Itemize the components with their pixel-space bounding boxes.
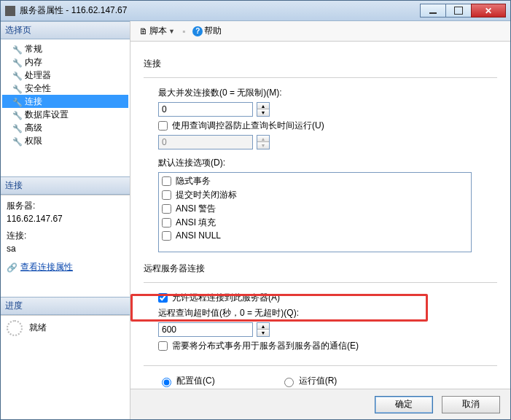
need-dtc-checkbox[interactable] (158, 341, 168, 351)
ok-button[interactable]: 确定 (375, 396, 433, 413)
sidebar-header-select: 选择页 (1, 21, 130, 39)
max-conn-spinner: ▲ ▼ (257, 102, 270, 117)
max-conn-label: 最大并发连接数(0 = 无限制)(M): (158, 87, 497, 99)
list-item[interactable]: ANSI NULL (160, 230, 469, 241)
governor-spinner: ▲ ▼ (257, 135, 270, 149)
window: 服务器属性 - 116.62.147.67 ✕ 选择页 常规 内存 处理器 安全… (0, 0, 511, 420)
wrench-icon (12, 109, 23, 120)
sidebar-item-advanced[interactable]: 高级 (2, 121, 128, 134)
list-item-checkbox[interactable] (162, 190, 171, 200)
titlebar: 服务器属性 - 116.62.147.67 ✕ (1, 1, 510, 21)
connection-info-panel: 服务器: 116.62.147.67 连接: sa 查看连接属性 (1, 195, 130, 297)
list-item-label: 隐式事务 (176, 175, 211, 187)
spin-down-button[interactable]: ▼ (257, 109, 269, 116)
use-governor-label: 使用查询调控器防止查询长时间运行(U) (172, 120, 324, 132)
spin-up-button[interactable]: ▲ (257, 323, 269, 330)
group-remote: 远程服务器连接 (144, 262, 497, 275)
sidebar-item-label: 数据库设置 (25, 109, 69, 120)
sidebar-item-security[interactable]: 安全性 (2, 82, 128, 95)
list-item-label: ANSI NULL (176, 230, 221, 241)
run-value-radio[interactable] (284, 378, 294, 387)
sidebar-item-label: 常规 (25, 43, 42, 55)
use-governor-checkbox[interactable] (158, 121, 168, 131)
remote-timeout-label: 远程查询超时值(秒，0 = 无超时)(Q): (158, 307, 497, 319)
list-item[interactable]: ANSI 填充 (160, 216, 469, 230)
cancel-button[interactable]: 取消 (442, 396, 500, 413)
list-item-checkbox[interactable] (162, 218, 171, 228)
list-item-checkbox[interactable] (162, 176, 171, 186)
dialog-footer: 确定 取消 (130, 389, 510, 419)
default-opts-row: 隐式事务 提交时关闭游标 ANSI 警告 ANSI 填充 ANSI NULL (158, 172, 497, 252)
maximize-button[interactable] (445, 4, 472, 18)
remote-timeout-input[interactable] (158, 322, 253, 337)
chain-icon (7, 262, 17, 273)
sidebar-header-conn: 连接 (1, 176, 130, 195)
wrench-icon (12, 83, 23, 93)
page-tree: 常规 内存 处理器 安全性 连接 数据库设置 高级 权限 (1, 39, 130, 176)
config-value-label: 配置值(C) (176, 375, 215, 387)
separator (144, 77, 497, 78)
spin-up-button: ▲ (257, 136, 269, 142)
max-conn-input[interactable] (158, 102, 253, 117)
separator (144, 365, 497, 366)
need-dtc-row: 需要将分布式事务用于服务器到服务器的通信(E) (158, 340, 497, 352)
spin-down-button[interactable]: ▼ (257, 330, 269, 336)
list-item[interactable]: 隐式事务 (160, 174, 469, 188)
form-area: 连接 最大并发连接数(0 = 无限制)(M): ▲ ▼ 使用查询调控器防止查询长… (130, 42, 510, 389)
list-item[interactable]: ANSI 警告 (160, 202, 469, 216)
max-conn-row: ▲ ▼ (158, 102, 497, 117)
sidebar-item-processor[interactable]: 处理器 (2, 69, 128, 82)
view-conn-props-link[interactable]: 查看连接属性 (20, 261, 73, 273)
conn-value: sa (7, 244, 124, 254)
governor-value-row: ▲ ▼ (158, 135, 497, 149)
wrench-icon (12, 44, 23, 54)
need-dtc-label: 需要将分布式事务用于服务器到服务器的通信(E) (172, 340, 359, 352)
progress-panel: 就绪 (1, 315, 130, 419)
close-button[interactable]: ✕ (471, 4, 506, 18)
wrench-icon (12, 57, 23, 67)
help-label: 帮助 (204, 25, 222, 37)
group-connections: 连接 (144, 58, 497, 70)
window-title: 服务器属性 - 116.62.147.67 (20, 4, 421, 17)
allow-remote-checkbox[interactable] (158, 293, 168, 303)
config-value-radio[interactable] (162, 378, 171, 387)
governor-row: 使用查询调控器防止查询长时间运行(U) (158, 120, 497, 132)
server-label: 服务器: (7, 200, 124, 212)
script-button[interactable]: 脚本 ▼ (136, 23, 178, 39)
governor-value-input (158, 135, 253, 149)
list-item[interactable]: 提交时关闭游标 (160, 188, 469, 202)
server-value: 116.62.147.67 (7, 214, 124, 224)
sidebar-item-label: 内存 (25, 56, 42, 68)
wrench-icon (12, 122, 23, 133)
wrench-icon (12, 70, 23, 80)
sidebar-header-progress: 进度 (1, 297, 130, 315)
sidebar: 选择页 常规 内存 处理器 安全性 连接 数据库设置 高级 权限 连接 服务器:… (1, 21, 130, 419)
sidebar-item-label: 高级 (25, 122, 42, 133)
run-value-option[interactable]: 运行值(R) (281, 375, 338, 387)
sidebar-item-memory[interactable]: 内存 (2, 55, 128, 69)
view-conn-props-row: 查看连接属性 (7, 261, 124, 273)
value-mode-row: 配置值(C) 运行值(R) (158, 375, 497, 387)
config-value-option[interactable]: 配置值(C) (158, 375, 215, 387)
sidebar-item-connections[interactable]: 连接 (2, 95, 128, 108)
help-icon: ? (192, 26, 203, 36)
script-label: 脚本 (149, 25, 167, 37)
sidebar-item-permissions[interactable]: 权限 (2, 134, 128, 147)
conn-label: 连接: (7, 230, 124, 242)
help-button[interactable]: ? 帮助 (190, 23, 225, 39)
list-item-checkbox[interactable] (162, 231, 171, 241)
default-opts-list[interactable]: 隐式事务 提交时关闭游标 ANSI 警告 ANSI 填充 ANSI NULL (158, 172, 472, 252)
list-item-label: 提交时关闭游标 (176, 189, 237, 201)
sidebar-item-general[interactable]: 常规 (2, 42, 128, 55)
toolbar-sep: ▪ (182, 26, 185, 36)
separator (144, 282, 497, 283)
sidebar-item-label: 处理器 (25, 69, 51, 81)
remote-timeout-row: ▲ ▼ (158, 322, 497, 337)
list-item-checkbox[interactable] (162, 204, 171, 214)
list-item-label: ANSI 填充 (176, 217, 216, 229)
spin-up-button[interactable]: ▲ (257, 103, 269, 109)
minimize-button[interactable] (420, 4, 446, 18)
sidebar-item-database-settings[interactable]: 数据库设置 (2, 108, 128, 121)
window-buttons: ✕ (421, 4, 506, 18)
wrench-icon (12, 136, 23, 146)
